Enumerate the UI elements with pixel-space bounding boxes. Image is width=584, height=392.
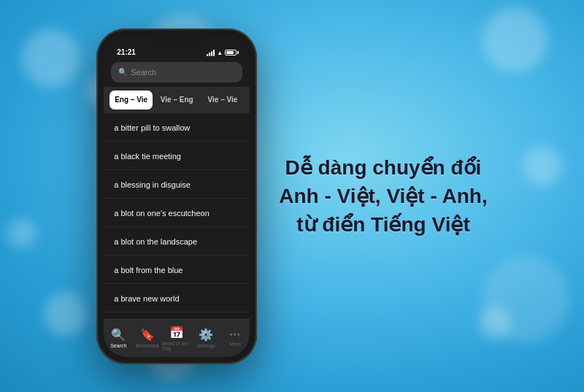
- phone-screen: 21:21 ▲: [104, 36, 250, 357]
- settings-tab-icon: ⚙️: [199, 328, 213, 342]
- tab-vie-vie[interactable]: Vie – Vie: [201, 91, 245, 109]
- tab-eng-vie[interactable]: Eng – Vie: [110, 91, 153, 109]
- tab-word-of-day[interactable]: 📅 Word of the Day: [162, 326, 191, 351]
- phone-notch: [151, 36, 202, 50]
- status-time: 21:21: [117, 48, 136, 56]
- list-item[interactable]: a bitter pill to swallow: [104, 113, 250, 142]
- calendar-tab-icon: 📅: [169, 326, 184, 339]
- tab-more-label: More: [229, 342, 241, 347]
- tab-settings[interactable]: ⚙️ Settings: [191, 328, 220, 348]
- bokeh-circle: [482, 7, 548, 73]
- phone-outer: 21:21 ▲: [96, 28, 257, 364]
- list-item[interactable]: a black tie meeting: [104, 142, 250, 170]
- bokeh-circle: [7, 219, 36, 248]
- tab-bookmark[interactable]: 🔖 Bookmark: [133, 328, 162, 348]
- list-item[interactable]: a blot on one's escutcheon: [104, 199, 250, 227]
- list-item[interactable]: a brave new world: [104, 284, 250, 312]
- list-item[interactable]: a bolt from the blue: [104, 255, 250, 284]
- battery-icon: [225, 50, 237, 55]
- bokeh-circle: [44, 292, 88, 336]
- list-item[interactable]: a blot on the landscape: [104, 227, 250, 255]
- search-bar-wrap: 🔍 Search: [104, 59, 250, 87]
- tab-vie-eng[interactable]: Vie – Eng: [155, 91, 199, 109]
- status-icons: ▲: [207, 50, 237, 56]
- search-bar[interactable]: 🔍 Search: [111, 62, 242, 82]
- bokeh-circle: [522, 146, 562, 186]
- bokeh-circle: [482, 255, 569, 343]
- bookmark-tab-icon: 🔖: [140, 328, 155, 342]
- tab-word-of-day-label: Word of the Day: [162, 341, 191, 351]
- word-list: a bitter pill to swallow a black tie mee…: [104, 113, 250, 319]
- search-tab-icon: 🔍: [111, 328, 126, 342]
- signal-icon: [207, 50, 215, 56]
- more-tab-icon: •••: [229, 330, 241, 340]
- list-item[interactable]: a bread-and-butter letter: [104, 312, 250, 319]
- tab-bar: 🔍 Search 🔖 Bookmark 📅 Word of the Day ⚙️…: [104, 319, 250, 357]
- tab-more[interactable]: ••• More: [220, 330, 250, 347]
- promo-text: Dễ dàng chuyển đổi Anh - Việt, Việt - An…: [279, 153, 487, 239]
- promo-line1: Dễ dàng chuyển đổi: [285, 156, 482, 179]
- search-icon: 🔍: [118, 68, 127, 76]
- phone-mockup: 21:21 ▲: [96, 28, 257, 364]
- promo-line2: Anh - Việt, Việt - Anh,: [279, 185, 487, 207]
- tab-search[interactable]: 🔍 Search: [104, 328, 133, 348]
- search-placeholder: Search: [131, 68, 156, 77]
- list-item[interactable]: a blessing in disguise: [104, 170, 250, 199]
- lang-tabs: Eng – Vie Vie – Eng Vie – Vie: [104, 87, 250, 113]
- tab-search-label: Search: [110, 343, 126, 348]
- wifi-icon: ▲: [217, 50, 223, 56]
- tab-bookmark-label: Bookmark: [137, 343, 160, 348]
- promo-heading: Dễ dàng chuyển đổi Anh - Việt, Việt - An…: [279, 153, 487, 239]
- tab-settings-label: Settings: [197, 343, 215, 348]
- promo-line3: từ điển Tiếng Việt: [296, 213, 470, 236]
- page-container: 21:21 ▲: [96, 28, 487, 364]
- bokeh-circle: [22, 29, 80, 88]
